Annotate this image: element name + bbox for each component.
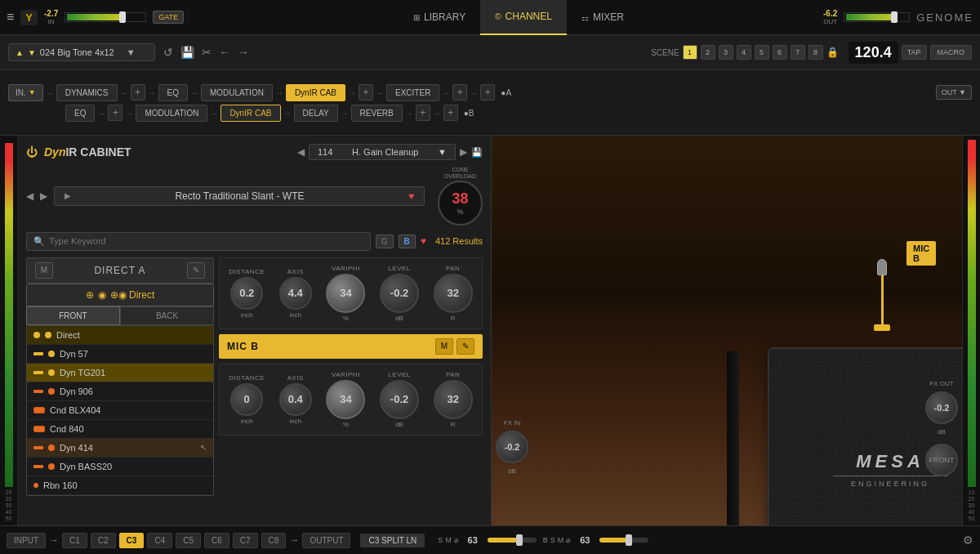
preset-next-arrow[interactable]: ▶	[460, 146, 467, 158]
level-knob-a[interactable]: -0.2	[380, 274, 419, 313]
mic-item-dyn57[interactable]: Dyn 57	[27, 345, 213, 364]
modulation-node-a[interactable]: MODULATION	[201, 84, 273, 101]
c3-btn[interactable]: C3	[119, 533, 145, 548]
mic-b-edit-btn[interactable]: ✎	[457, 338, 474, 355]
mic-item-414[interactable]: Dyn 414 ↖	[27, 439, 213, 458]
axis-knob-a[interactable]: 4.4	[279, 277, 312, 310]
preset-save-icon[interactable]: 💾	[471, 147, 483, 158]
chain-in[interactable]: IN. ▼	[8, 84, 43, 101]
cab-next-arrow[interactable]: ▶	[40, 190, 47, 202]
dynirab-node-a[interactable]: DynIR CAB	[286, 84, 345, 101]
menu-icon[interactable]: ≡	[7, 10, 14, 25]
chain-plus-4[interactable]: +	[480, 84, 495, 101]
preset-up-arrow[interactable]: ▲	[16, 48, 24, 57]
mic-item-bass20[interactable]: Dyn BASS20	[27, 458, 213, 476]
cab-name[interactable]: ▶ Recto Traditional Slant - WTE ♥	[54, 186, 425, 206]
distance-knob-a[interactable]: 0.2	[230, 277, 263, 310]
mic-item-rbn160[interactable]: Rbn 160	[27, 476, 213, 495]
save-icon[interactable]: 💾	[179, 44, 196, 60]
reverb-node[interactable]: REVERB	[351, 105, 403, 122]
modulation-node-b[interactable]: MODULATION	[136, 105, 207, 122]
scene-btn-3[interactable]: 3	[719, 45, 733, 60]
c7-btn[interactable]: C7	[233, 533, 258, 548]
preset-dropdown-arrow[interactable]: ▼	[127, 47, 136, 57]
undo-icon[interactable]: ←	[217, 44, 232, 60]
variphi-knob-a[interactable]: 34	[326, 274, 365, 313]
input-btn[interactable]: INPUT	[7, 533, 46, 548]
chain-plus-2[interactable]: +	[359, 84, 373, 101]
axis-knob-b[interactable]: 0.4	[279, 383, 312, 416]
heart-filter-icon[interactable]: ♥	[421, 235, 426, 247]
chain-in-dropdown[interactable]: ▼	[29, 88, 36, 96]
dynircab-node-b[interactable]: DynIR CAB	[220, 105, 280, 122]
search-input[interactable]	[49, 236, 363, 246]
search-box[interactable]: 🔍	[26, 232, 371, 251]
settings-icon[interactable]: ⚙	[963, 534, 973, 547]
eq-node-b[interactable]: EQ	[65, 105, 95, 122]
tag-b-button[interactable]: B	[399, 235, 416, 248]
pan-knob-b[interactable]: 32	[434, 380, 473, 419]
c1-btn[interactable]: C1	[62, 533, 87, 548]
tap-button[interactable]: TAP	[902, 45, 927, 60]
chain-plus-3[interactable]: +	[452, 84, 467, 101]
nav-mixer[interactable]: ⚏ MIXER	[567, 0, 639, 35]
preset-nav-name[interactable]: 114 H. Gain Cleanup ▼	[309, 144, 456, 160]
scene-btn-7[interactable]: 7	[791, 45, 805, 60]
dynamics-node[interactable]: DYNAMICS	[56, 84, 118, 101]
channel-b-fader[interactable]	[599, 538, 648, 543]
output-btn[interactable]: OUTPUT	[302, 533, 350, 548]
mic-item-840[interactable]: Cnd 840	[27, 420, 213, 439]
mic-item-blx404[interactable]: Cnd BLX404	[27, 401, 213, 420]
scene-btn-8[interactable]: 8	[808, 45, 823, 60]
chain-plus-1[interactable]: +	[131, 84, 145, 101]
tag-g-button[interactable]: G	[376, 235, 394, 248]
scene-btn-5[interactable]: 5	[755, 45, 769, 60]
mic-item-direct[interactable]: Direct	[27, 326, 213, 345]
c6-btn[interactable]: C6	[204, 533, 229, 548]
direct-a-edit-btn[interactable]: ✎	[187, 262, 205, 279]
c5-btn[interactable]: C5	[176, 533, 201, 548]
back-btn[interactable]: BACK	[120, 306, 214, 325]
distance-knob-b[interactable]: 0	[230, 383, 263, 416]
scene-btn-1[interactable]: 1	[683, 45, 697, 60]
exciter-node[interactable]: EXCITER	[386, 84, 439, 101]
macro-button[interactable]: MACRO	[930, 45, 973, 60]
level-knob-b[interactable]: -0.2	[380, 380, 419, 419]
front-btn[interactable]: FRONT	[26, 306, 120, 325]
c8-btn[interactable]: C8	[261, 533, 287, 548]
variphi-knob-b[interactable]: 34	[326, 380, 365, 419]
direct-button[interactable]: ⊕ ◉ ⊕◉ Direct	[26, 284, 214, 306]
heart-icon[interactable]: ♥	[408, 190, 414, 202]
chain-plus-b1[interactable]: +	[108, 105, 122, 121]
preset-selector[interactable]: ▲ ▼ 024 Big Tone 4x12 ▼	[8, 43, 155, 61]
pan-knob-a[interactable]: 32	[434, 274, 473, 313]
direct-a-m-btn[interactable]: M	[35, 262, 53, 279]
nav-channel[interactable]: © CHANNEL	[480, 0, 567, 35]
c4-btn[interactable]: C4	[147, 533, 172, 548]
delay-node[interactable]: DELAY	[294, 105, 338, 122]
preset-down-arrow[interactable]: ▼	[28, 48, 36, 57]
eq-node-a[interactable]: EQ	[158, 84, 188, 101]
level-handle[interactable]	[119, 11, 126, 23]
fx-out-knob[interactable]: -0.2	[925, 391, 958, 424]
scene-btn-2[interactable]: 2	[701, 45, 715, 60]
level-bar[interactable]	[65, 12, 146, 22]
mic-item-tg201[interactable]: Dyn TG201	[27, 364, 213, 382]
cab-prev-arrow[interactable]: ◀	[26, 190, 33, 202]
chain-out-a[interactable]: OUT ▼	[936, 85, 972, 100]
redo-icon[interactable]: →	[236, 44, 251, 60]
cut-icon[interactable]: ✂	[200, 44, 213, 60]
level-handle-out[interactable]	[891, 11, 898, 23]
revert-icon[interactable]: ↺	[162, 44, 175, 60]
fx-in-knob[interactable]: -0.2	[496, 431, 528, 463]
chain-plus-b2[interactable]: +	[416, 105, 430, 121]
fx-out-knob-2[interactable]: FRONT	[925, 444, 958, 476]
c2-btn[interactable]: C2	[91, 533, 116, 548]
scene-btn-4[interactable]: 4	[737, 45, 751, 60]
channel-a-fader[interactable]	[488, 538, 537, 543]
scene-btn-6[interactable]: 6	[773, 45, 787, 60]
plugin-power-icon[interactable]: ⏻	[26, 145, 38, 159]
mic-item-906[interactable]: Dyn 906	[27, 382, 213, 401]
chain-plus-b3[interactable]: +	[443, 105, 458, 121]
mic-b-m-btn[interactable]: M	[435, 338, 453, 355]
